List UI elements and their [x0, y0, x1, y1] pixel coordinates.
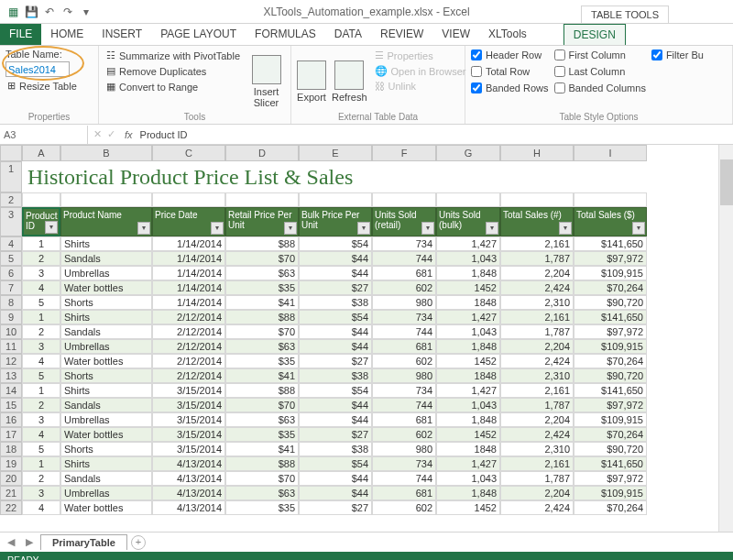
cell[interactable]: Water bottles	[60, 280, 152, 295]
cell[interactable]: 1,043	[436, 471, 500, 486]
cell[interactable]: 1	[22, 456, 60, 471]
cell[interactable]: 2,310	[500, 442, 574, 456]
filter-dropdown-icon[interactable]: ▾	[486, 222, 498, 235]
cell[interactable]: 1	[22, 236, 60, 251]
cell[interactable]: 1,427	[436, 310, 500, 324]
column-header[interactable]: H	[500, 145, 574, 161]
row-header[interactable]: 2	[0, 192, 22, 207]
scrollbar-thumb[interactable]	[720, 159, 733, 205]
row-header[interactable]: 22	[0, 500, 22, 515]
cell[interactable]: 3	[22, 339, 60, 354]
resize-table-button[interactable]: ⊞Resize Table	[5, 79, 79, 93]
vertical-scrollbar[interactable]	[718, 145, 733, 532]
column-header[interactable]: B	[60, 145, 152, 161]
cell[interactable]: $70	[225, 471, 299, 486]
cell[interactable]: Sandals	[60, 398, 152, 412]
cell[interactable]: $27	[299, 280, 372, 295]
cell[interactable]: $38	[299, 442, 372, 456]
filter-dropdown-icon[interactable]: ▾	[137, 222, 150, 235]
insert-slicer-button[interactable]: Insert Slicer	[247, 49, 285, 110]
cell[interactable]: 2	[22, 471, 60, 486]
cell[interactable]	[299, 192, 372, 207]
cell[interactable]: 3/15/2014	[152, 398, 225, 412]
remove-duplicates-button[interactable]: ▤Remove Duplicates	[104, 64, 242, 78]
filter-dropdown-icon[interactable]: ▾	[284, 222, 297, 235]
cell[interactable]: 1,787	[500, 251, 574, 266]
cell[interactable]: 1848	[436, 442, 500, 456]
cell[interactable]: Sandals	[60, 471, 152, 486]
cell[interactable]: $35	[225, 280, 299, 295]
cell[interactable]: $41	[225, 442, 299, 456]
cell[interactable]: 1452	[436, 280, 500, 295]
cell[interactable]: $109,915	[574, 412, 647, 427]
cell[interactable]: $90,720	[574, 295, 647, 310]
cell[interactable]: Shorts	[60, 442, 152, 456]
cell[interactable]: 1/14/2014	[152, 280, 225, 295]
cell[interactable]: $88	[225, 456, 299, 471]
cell[interactable]: 2/12/2014	[152, 339, 225, 354]
export-button[interactable]: Export	[297, 49, 326, 110]
cell[interactable]: Shirts	[60, 236, 152, 251]
cell[interactable]: 2,424	[500, 500, 574, 515]
summarize-pivot-button[interactable]: ☷Summarize with PivotTable	[104, 49, 242, 62]
cell[interactable]: 1/14/2014	[152, 251, 225, 266]
cell[interactable]	[500, 192, 574, 207]
cell[interactable]: 3	[22, 412, 60, 427]
cell[interactable]: 2/12/2014	[152, 368, 225, 383]
sheet-nav-prev-icon[interactable]: ◀	[4, 536, 18, 548]
cell[interactable]: $41	[225, 368, 299, 383]
cell[interactable]: 980	[372, 295, 436, 310]
cell[interactable]: 1	[22, 383, 60, 398]
cell[interactable]: $109,915	[574, 266, 647, 280]
cell[interactable]: 1,848	[436, 266, 500, 280]
redo-icon[interactable]: ↷	[60, 5, 75, 19]
row-header[interactable]: 6	[0, 266, 22, 280]
cell[interactable]: 980	[372, 368, 436, 383]
cell[interactable]: 681	[372, 486, 436, 500]
row-header[interactable]: 17	[0, 427, 22, 442]
cell[interactable]: 2/12/2014	[152, 354, 225, 368]
cell[interactable]	[574, 192, 647, 207]
cell[interactable]: $141,650	[574, 456, 647, 471]
sheet-tab-primary[interactable]: PrimaryTable	[40, 534, 127, 550]
cell[interactable]: 2	[22, 324, 60, 339]
cell[interactable]: $35	[225, 354, 299, 368]
cell[interactable]: $44	[299, 266, 372, 280]
cell[interactable]: 3/15/2014	[152, 383, 225, 398]
cell[interactable]: 1,787	[500, 324, 574, 339]
refresh-button[interactable]: Refresh	[332, 49, 367, 110]
tab-data[interactable]: DATA	[325, 24, 371, 45]
add-sheet-button[interactable]: +	[131, 535, 146, 550]
cell[interactable]: 744	[372, 398, 436, 412]
name-box[interactable]: A3	[0, 126, 88, 144]
cell[interactable]: $70	[225, 398, 299, 412]
cell[interactable]: 4	[22, 427, 60, 442]
cell[interactable]: 3	[22, 266, 60, 280]
cell[interactable]: 2,424	[500, 280, 574, 295]
column-header[interactable]: A	[22, 145, 60, 161]
table-header[interactable]: Price Date▾	[152, 207, 225, 236]
cell[interactable]: 734	[372, 236, 436, 251]
row-header[interactable]: 8	[0, 295, 22, 310]
cell[interactable]: $27	[299, 500, 372, 515]
cell[interactable]: $44	[299, 412, 372, 427]
table-header[interactable]: Product Name▾	[60, 207, 152, 236]
cell[interactable]: $141,650	[574, 236, 647, 251]
cell[interactable]: 1/14/2014	[152, 266, 225, 280]
cell[interactable]: $70,264	[574, 354, 647, 368]
cell[interactable]: $90,720	[574, 368, 647, 383]
row-header[interactable]: 10	[0, 324, 22, 339]
cell[interactable]: $44	[299, 471, 372, 486]
cell[interactable]: 1,427	[436, 383, 500, 398]
cell[interactable]: 1,427	[436, 456, 500, 471]
table-header[interactable]: Total Sales ($)▾	[574, 207, 647, 236]
cell[interactable]: $88	[225, 383, 299, 398]
cell[interactable]: $44	[299, 486, 372, 500]
tab-xltools[interactable]: XLTools	[479, 24, 536, 45]
cell[interactable]: 734	[372, 383, 436, 398]
filter-dropdown-icon[interactable]: ▾	[421, 222, 434, 235]
cell[interactable]: $54	[299, 310, 372, 324]
table-header[interactable]: Units Sold (retail)▾	[372, 207, 436, 236]
cell[interactable]: 744	[372, 324, 436, 339]
cell[interactable]: 3/15/2014	[152, 412, 225, 427]
